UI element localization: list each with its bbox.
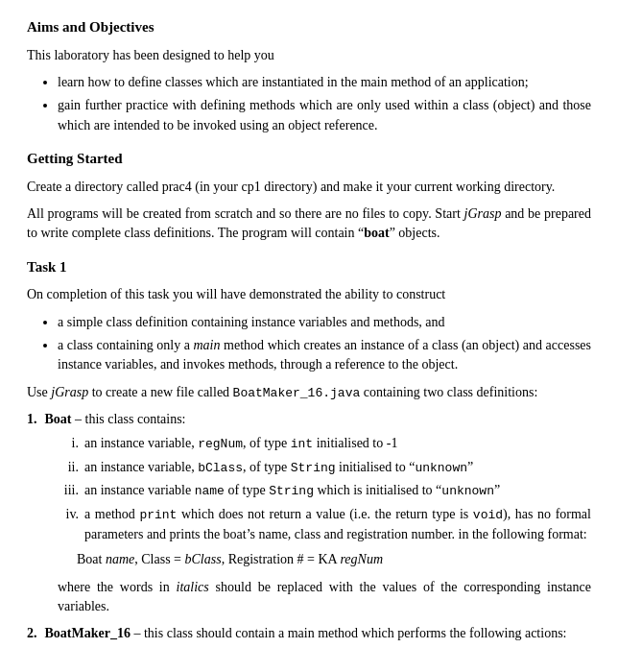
- aims-item-1: learn how to define classes which are in…: [58, 73, 591, 92]
- class1-desc: Boat – this class contains:: [45, 410, 186, 429]
- aims-list: learn how to define classes which are in…: [58, 73, 591, 135]
- roman-num-iii: iii.: [58, 481, 79, 501]
- task1-section: Task 1 On completion of this task you wi…: [27, 257, 591, 644]
- class1-name: Boat: [45, 412, 72, 426]
- getting-started-section: Getting Started Create a directory calle…: [27, 149, 591, 244]
- class-list: 1. Boat – this class contains: i. an ins…: [27, 410, 591, 643]
- task1-jgrasp-italic: jGrasp: [51, 385, 88, 399]
- roman-content-iv: a method print which does not return a v…: [84, 505, 591, 544]
- task1-heading: Task 1: [27, 257, 591, 278]
- roman-item-iv: iv. a method print which does not return…: [58, 505, 591, 544]
- format-line: Boat name, Class = bClass, Registration …: [77, 550, 591, 569]
- aims-section: Aims and Objectives This laboratory has …: [27, 17, 591, 135]
- gs-p2-pre: All programs will be created from scratc…: [27, 206, 464, 221]
- getting-started-heading: Getting Started: [27, 149, 591, 170]
- class2-item: 2. BoatMaker_16 – this class should cont…: [27, 624, 591, 643]
- format-block: Boat name, Class = bClass, Registration …: [77, 550, 591, 569]
- gs-p2-post: ” objects.: [390, 226, 440, 240]
- format-name: name: [106, 552, 134, 566]
- task1-use-jgrasp: Use jGrasp to create a new file called B…: [27, 383, 591, 403]
- task1-use-post: to create a new file called: [88, 385, 232, 399]
- roman-num-i: i.: [58, 434, 79, 454]
- task1-bullet-2: a class containing only a main method wh…: [58, 336, 591, 375]
- getting-started-p2: All programs will be created from scratc…: [27, 204, 591, 244]
- class2-desc: BoatMaker_16 – this class should contain…: [45, 624, 567, 643]
- task1-use-end: containing two class definitions:: [360, 385, 537, 399]
- class2-row: 2. BoatMaker_16 – this class should cont…: [27, 624, 591, 643]
- class1-item: 1. Boat – this class contains: i. an ins…: [27, 410, 591, 616]
- aims-heading: Aims and Objectives: [27, 17, 591, 38]
- aims-intro: This laboratory has been designed to hel…: [27, 46, 591, 65]
- roman-content-ii: an instance variable, bClass, of type St…: [84, 458, 473, 478]
- task1-bullet-1: a simple class definition containing ins…: [58, 313, 591, 332]
- roman-num-ii: ii.: [58, 458, 79, 478]
- roman-item-iii: iii. an instance variable name of type S…: [58, 481, 591, 501]
- task1-bullets-list: a simple class definition containing ins…: [58, 313, 591, 375]
- task1-filename: BoatMaker_16.java: [233, 386, 361, 400]
- aims-item-2: gain further practice with defining meth…: [58, 96, 591, 135]
- roman-list: i. an instance variable, regNum, of type…: [58, 434, 591, 545]
- roman-num-iv: iv.: [58, 505, 79, 544]
- format-bclass: bClass: [185, 552, 222, 566]
- class1-label: 1.: [27, 410, 37, 429]
- roman-item-i: i. an instance variable, regNum, of type…: [58, 434, 591, 454]
- class2-name: BoatMaker_16: [45, 626, 131, 640]
- gs-p2-jgrasp: jGrasp: [464, 206, 502, 221]
- getting-started-p1: Create a directory called prac4 (in your…: [27, 178, 591, 197]
- roman-item-ii: ii. an instance variable, bClass, of typ…: [58, 458, 591, 478]
- class1-row: 1. Boat – this class contains:: [27, 410, 591, 429]
- gs-p2-boat: boat: [364, 226, 389, 240]
- roman-content-i: an instance variable, regNum, of type in…: [84, 434, 397, 454]
- roman-content-iii: an instance variable name of type String…: [84, 481, 500, 501]
- class2-label: 2.: [27, 624, 37, 643]
- task1-intro: On completion of this task you will have…: [27, 285, 591, 304]
- where-italic: italics: [177, 580, 209, 594]
- format-regnum: regNum: [340, 552, 383, 566]
- task1-use-pre: Use: [27, 385, 51, 399]
- where-text: where the words in italics should be rep…: [58, 578, 591, 617]
